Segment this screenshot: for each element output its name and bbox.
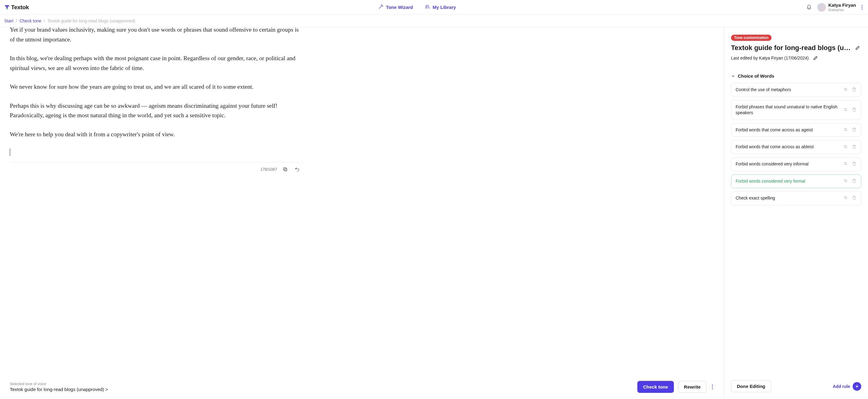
nav-my-library-label: My Library <box>433 5 456 10</box>
svg-point-18 <box>846 110 847 111</box>
rules-list: Control the use of metaphorsForbid phras… <box>731 83 861 376</box>
trash-icon[interactable] <box>852 87 857 93</box>
trash-icon[interactable] <box>852 195 857 201</box>
panel-subtitle: Last edited by Katya Firyan (17/06/2024) <box>731 56 809 61</box>
add-rule-button[interactable] <box>852 382 861 391</box>
svg-point-16 <box>845 108 845 109</box>
trash-icon[interactable] <box>852 144 857 150</box>
undo-button[interactable] <box>293 165 301 173</box>
svg-point-4 <box>382 6 383 6</box>
settings-icon[interactable] <box>843 127 848 133</box>
svg-point-36 <box>845 196 845 197</box>
side-panel: Tone customization Textok guide for long… <box>724 27 868 398</box>
rule-label: Forbid words that come across as ableist <box>736 144 840 150</box>
user-menu[interactable]: Katya Firyan Enterprise <box>817 3 856 12</box>
pencil-icon <box>855 45 860 50</box>
trash-icon[interactable] <box>852 178 857 184</box>
editor-meta: 178/1087 <box>0 162 313 173</box>
svg-point-12 <box>845 88 845 89</box>
rule-label: Forbid phrases that sound unnatural to n… <box>736 104 840 116</box>
trash-icon[interactable] <box>852 127 857 133</box>
svg-line-8 <box>428 5 429 9</box>
svg-point-14 <box>846 90 847 91</box>
notifications-button[interactable] <box>805 3 813 11</box>
wand-icon <box>378 4 384 10</box>
rule-item[interactable]: Forbid phrases that sound unnatural to n… <box>731 100 861 120</box>
rule-label: Control the use of metaphors <box>736 87 840 93</box>
rule-label: Check exact spelling <box>736 195 840 201</box>
footer-more-button[interactable] <box>711 384 714 390</box>
app-header: Textok Tone Wizard My Library Katya Firy… <box>0 0 868 15</box>
breadcrumb-start[interactable]: Start <box>4 19 13 23</box>
settings-icon[interactable] <box>843 144 848 150</box>
done-editing-button[interactable]: Done Editing <box>731 380 771 392</box>
rule-item[interactable]: Forbid words that come across as ableist <box>731 140 861 154</box>
svg-point-22 <box>846 130 847 131</box>
settings-icon[interactable] <box>843 195 848 201</box>
pencil-icon <box>813 56 818 61</box>
selected-tone-value[interactable]: Textok guide for long-read blogs (unappr… <box>10 387 633 392</box>
section-label: Choice of Words <box>738 73 774 78</box>
svg-point-3 <box>382 5 382 6</box>
brand-name: Textok <box>11 4 29 11</box>
selected-tone-label: Selected tone of voice <box>10 382 633 386</box>
rule-item[interactable]: Control the use of metaphors <box>731 83 861 97</box>
avatar <box>817 3 826 12</box>
edit-meta-button[interactable] <box>812 54 819 62</box>
svg-point-28 <box>845 162 845 163</box>
svg-point-24 <box>845 145 845 146</box>
section-choice-of-words[interactable]: Choice of Words <box>731 73 861 78</box>
user-name: Katya Firyan <box>828 3 856 8</box>
nav-tone-wizard-label: Tone Wizard <box>386 5 413 10</box>
editor-column: Yet if your brand values inclusivity, ma… <box>0 27 724 398</box>
plus-icon <box>855 384 859 389</box>
breadcrumb-current: Textok guide for long-read blogs (unappr… <box>47 19 135 23</box>
rule-label: Forbid words considered very informal <box>736 161 840 167</box>
header-more-button[interactable] <box>860 4 864 11</box>
editor-paragraph: In this blog, we're dealing perhaps with… <box>10 54 304 73</box>
add-rule-label: Add rule <box>833 384 850 389</box>
settings-icon[interactable] <box>843 161 848 167</box>
rule-item[interactable]: Forbid words that come across as ageist <box>731 123 861 137</box>
library-icon <box>425 4 430 10</box>
settings-icon[interactable] <box>843 87 848 93</box>
logo[interactable]: Textok <box>4 4 29 11</box>
rule-item[interactable]: Forbid words considered very informal <box>731 157 861 171</box>
svg-point-34 <box>846 181 847 182</box>
panel-title: Textok guide for long-read blogs (unap… <box>731 44 851 52</box>
editor-scroll[interactable]: Yet if your brand values inclusivity, ma… <box>0 27 724 376</box>
add-rule[interactable]: Add rule <box>833 382 861 391</box>
svg-point-32 <box>845 179 845 180</box>
editor-paragraph: We never know for sure how the years are… <box>10 82 304 92</box>
editor-footer: Selected tone of voice Textok guide for … <box>0 376 724 398</box>
svg-point-5 <box>381 5 381 5</box>
nav-tone-wizard[interactable]: Tone Wizard <box>378 4 413 10</box>
edit-title-button[interactable] <box>854 44 861 52</box>
svg-rect-10 <box>283 167 286 170</box>
svg-point-26 <box>846 147 847 148</box>
check-tone-button[interactable]: Check tone <box>637 381 674 393</box>
tone-customization-badge: Tone customization <box>731 35 772 41</box>
rule-item[interactable]: Forbid words considered very formal <box>731 174 861 189</box>
nav-my-library[interactable]: My Library <box>425 4 456 10</box>
header-right: Katya Firyan Enterprise <box>805 3 864 12</box>
word-counter: 178/1087 <box>260 167 277 172</box>
bell-icon <box>806 5 812 10</box>
copy-button[interactable] <box>281 165 289 173</box>
breadcrumb-check-tone[interactable]: Check tone <box>19 19 41 23</box>
editor-content[interactable]: Yet if your brand values inclusivity, ma… <box>0 27 313 156</box>
editor-paragraph: Perhaps this is why discussing age can b… <box>10 101 304 120</box>
user-plan: Enterprise <box>828 8 856 12</box>
nav-center: Tone Wizard My Library <box>29 4 805 10</box>
rule-item[interactable]: Check exact spelling <box>731 191 861 205</box>
trash-icon[interactable] <box>852 161 857 167</box>
editor-paragraph: We're here to help you deal with it from… <box>10 130 304 139</box>
rule-label: Forbid words that come across as ageist <box>736 127 840 133</box>
settings-icon[interactable] <box>843 107 848 113</box>
svg-point-30 <box>846 164 847 165</box>
trash-icon[interactable] <box>852 107 857 113</box>
settings-icon[interactable] <box>843 178 848 184</box>
breadcrumb: Start / Check tone / Textok guide for lo… <box>0 15 868 27</box>
chevron-down-icon <box>731 74 735 78</box>
rewrite-button[interactable]: Rewrite <box>678 381 707 393</box>
